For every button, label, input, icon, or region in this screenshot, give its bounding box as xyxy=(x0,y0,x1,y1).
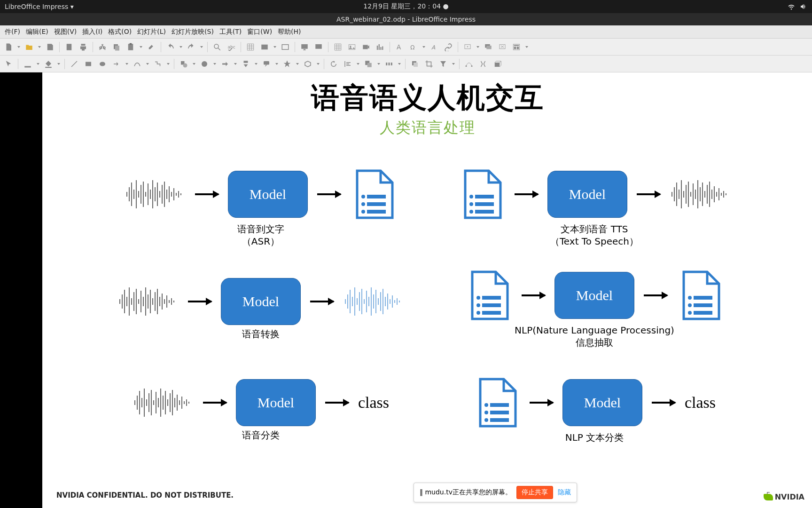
insert-av-button[interactable] xyxy=(360,41,372,53)
3d-objects-button[interactable] xyxy=(302,58,313,70)
menu-slide[interactable]: 幻灯片(L) xyxy=(135,27,168,37)
ellipse-tool-button[interactable] xyxy=(97,58,108,70)
crop-button[interactable] xyxy=(423,58,435,70)
dropdown-icon[interactable] xyxy=(192,63,196,65)
dropdown-icon[interactable] xyxy=(254,63,258,65)
stars-button[interactable] xyxy=(281,58,293,70)
dropdown-icon[interactable] xyxy=(273,46,277,48)
select-button[interactable] xyxy=(3,58,14,70)
line-color-button[interactable] xyxy=(22,58,33,70)
insert-chart-button[interactable] xyxy=(375,41,386,53)
dropdown-icon[interactable] xyxy=(275,63,279,65)
app-menu[interactable]: LibreOffice Impress ▾ xyxy=(5,3,74,10)
svg-point-192 xyxy=(484,418,488,422)
dropdown-icon[interactable] xyxy=(57,63,61,65)
menu-tools[interactable]: 工具(T) xyxy=(218,27,243,37)
arrow-tool-button[interactable] xyxy=(111,58,122,70)
master-slide-button[interactable] xyxy=(280,41,291,53)
dropdown-icon[interactable] xyxy=(525,46,529,48)
find-button[interactable] xyxy=(211,41,223,53)
insert-image-button[interactable] xyxy=(346,41,358,53)
glue-points-button[interactable] xyxy=(477,58,489,70)
insert-table-button[interactable] xyxy=(332,41,344,53)
cut-button[interactable] xyxy=(97,41,108,53)
insert-special-char-button[interactable]: Ω xyxy=(408,41,419,53)
dropdown-icon[interactable] xyxy=(234,63,237,65)
line-tool-button[interactable] xyxy=(69,58,80,70)
dropdown-icon[interactable] xyxy=(296,63,299,65)
slide-canvas[interactable]: 语音语义人机交互 人类语言处理 Model 语音到文字（ASR） xyxy=(42,72,812,508)
menu-help[interactable]: 帮助(H) xyxy=(276,27,303,37)
connector-tool-button[interactable] xyxy=(152,58,164,70)
insert-fontwork-button[interactable]: A xyxy=(429,41,440,53)
shadow-button[interactable] xyxy=(409,58,421,70)
duplicate-slide-button[interactable] xyxy=(483,41,494,53)
dropdown-icon[interactable] xyxy=(452,63,455,65)
new-button[interactable] xyxy=(3,41,14,53)
dropdown-icon[interactable] xyxy=(476,46,480,48)
redo-button[interactable] xyxy=(186,41,197,53)
svg-rect-24 xyxy=(517,47,519,49)
paste-button[interactable] xyxy=(125,41,136,53)
menu-file[interactable]: 件(F) xyxy=(3,27,22,37)
start-current-slide-button[interactable] xyxy=(313,41,324,53)
spellcheck-button[interactable]: abc xyxy=(226,41,237,53)
dropdown-icon[interactable] xyxy=(398,63,401,65)
distribute-button[interactable] xyxy=(383,58,395,70)
dropdown-icon[interactable] xyxy=(356,63,360,65)
dropdown-icon[interactable] xyxy=(179,46,183,48)
delete-slide-button[interactable] xyxy=(497,41,508,53)
menu-insert[interactable]: 插入(I) xyxy=(80,27,104,37)
save-button[interactable] xyxy=(44,41,55,53)
dropdown-icon[interactable] xyxy=(422,46,426,48)
dropdown-icon[interactable] xyxy=(200,46,203,48)
menu-view[interactable]: 视图(V) xyxy=(52,27,79,37)
grid-button[interactable] xyxy=(245,41,256,53)
dropdown-icon[interactable] xyxy=(213,63,217,65)
fill-color-button[interactable] xyxy=(43,58,54,70)
copy-button[interactable] xyxy=(111,41,122,53)
svg-rect-19 xyxy=(486,46,492,49)
hide-share-button[interactable]: 隐藏 xyxy=(558,488,571,497)
new-slide-button[interactable] xyxy=(462,41,473,53)
dropdown-icon[interactable] xyxy=(166,63,170,65)
menu-slideshow[interactable]: 幻灯片放映(S) xyxy=(170,27,216,37)
dropdown-icon[interactable] xyxy=(36,63,40,65)
rectangle-tool-button[interactable] xyxy=(83,58,94,70)
open-button[interactable] xyxy=(23,41,35,53)
display-views-button[interactable] xyxy=(259,41,270,53)
flowchart-button[interactable] xyxy=(240,58,251,70)
filter-button[interactable] xyxy=(437,58,449,70)
block-arrows-button[interactable] xyxy=(219,58,231,70)
print-button[interactable] xyxy=(78,41,89,53)
dropdown-icon[interactable] xyxy=(125,63,129,65)
arrange-button[interactable] xyxy=(363,58,374,70)
undo-button[interactable] xyxy=(165,41,176,53)
callouts-button[interactable] xyxy=(261,58,272,70)
dropdown-icon[interactable] xyxy=(38,46,41,48)
start-slideshow-button[interactable] xyxy=(299,41,310,53)
insert-textbox-button[interactable]: A xyxy=(394,41,405,53)
symbol-shapes-button[interactable] xyxy=(199,58,210,70)
system-bar: LibreOffice Impress ▾ 12月9日 星期三，20：04 ● xyxy=(0,0,812,13)
slide-layout-button[interactable] xyxy=(511,41,522,53)
align-button[interactable] xyxy=(342,58,353,70)
rotate-button[interactable] xyxy=(328,58,339,70)
clone-format-button[interactable] xyxy=(146,41,157,53)
menu-window[interactable]: 窗口(W) xyxy=(245,27,274,37)
basic-shapes-button[interactable] xyxy=(178,58,189,70)
dropdown-icon[interactable] xyxy=(17,46,21,48)
menu-format[interactable]: 格式(O) xyxy=(106,27,133,37)
wifi-icon xyxy=(788,3,795,10)
curve-tool-button[interactable] xyxy=(132,58,143,70)
points-button[interactable] xyxy=(463,58,475,70)
stop-share-button[interactable]: 停止共享 xyxy=(516,486,553,499)
export-pdf-button[interactable] xyxy=(63,41,75,53)
dropdown-icon[interactable] xyxy=(377,63,381,65)
insert-hyperlink-button[interactable] xyxy=(443,41,454,53)
dropdown-icon[interactable] xyxy=(316,63,320,65)
menu-edit[interactable]: 编辑(E) xyxy=(24,27,50,37)
dropdown-icon[interactable] xyxy=(146,63,149,65)
extrusion-button[interactable] xyxy=(492,58,503,70)
dropdown-icon[interactable] xyxy=(139,46,143,48)
